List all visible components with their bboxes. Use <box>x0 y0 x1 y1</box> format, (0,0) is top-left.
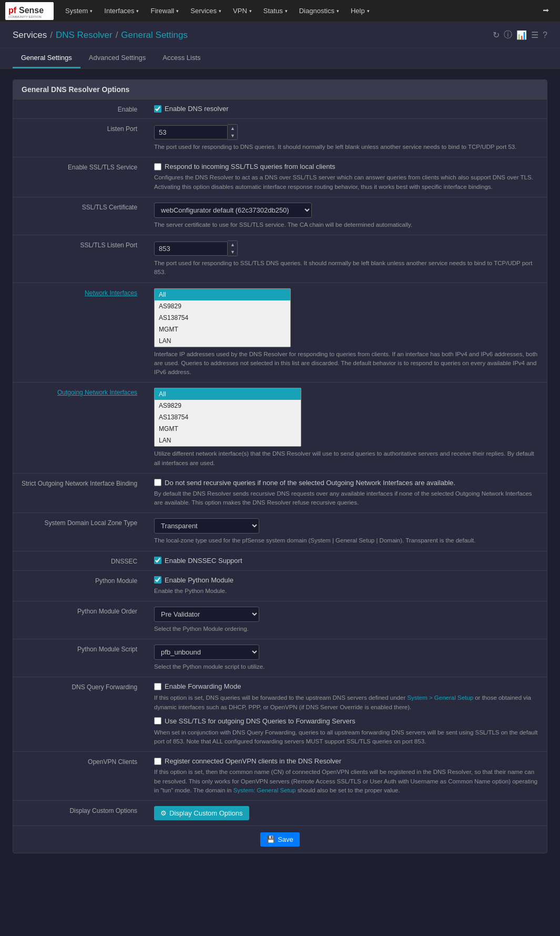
ssl-port-up[interactable]: ▲ <box>228 241 237 248</box>
outgoing-listbox-item-lan[interactable]: LAN <box>155 435 301 446</box>
breadcrumb-general-settings[interactable]: General Settings <box>121 30 188 41</box>
dnssec-checkbox[interactable] <box>154 557 161 564</box>
strict-outgoing-checkbox[interactable] <box>154 479 161 486</box>
tab-advanced-settings[interactable]: Advanced Settings <box>80 48 154 68</box>
listbox-item-all[interactable]: All <box>155 289 290 300</box>
strict-outgoing-help: By default the DNS Resolver sends recurs… <box>154 489 538 508</box>
card-header: General DNS Resolver Options <box>13 80 547 99</box>
chart-icon[interactable]: 📊 <box>516 30 527 40</box>
cell-ssl-cert: webConfigurator default (62c37302db250) … <box>146 197 547 235</box>
outgoing-interfaces-link[interactable]: Outgoing Network Interfaces <box>57 389 137 396</box>
row-display-custom: Display Custom Options ⚙ Display Custom … <box>13 801 547 826</box>
card-title: General DNS Resolver Options <box>22 85 538 94</box>
listen-port-input[interactable] <box>154 125 228 139</box>
breadcrumb-services: Services <box>13 30 47 41</box>
listbox-item-as138754[interactable]: AS138754 <box>155 312 290 324</box>
python-script-help: Select the Python module script to utili… <box>154 662 538 671</box>
svg-text:pf: pf <box>8 6 17 15</box>
nav-menu: System ▾ Interfaces ▾ Firewall ▾ Service… <box>60 4 537 18</box>
ssl-tls-checkbox[interactable] <box>154 163 161 170</box>
outgoing-listbox-item-as138754[interactable]: AS138754 <box>155 411 301 423</box>
cell-ssl-tls: Respond to incoming SSL/TLS queries from… <box>146 157 547 197</box>
nav-status[interactable]: Status ▾ <box>258 4 293 18</box>
svg-text:Sense: Sense <box>19 6 44 15</box>
label-enable: Enable <box>13 99 146 119</box>
listen-port-help: The port used for responding to DNS quer… <box>154 143 538 152</box>
label-python-order: Python Module Order <box>13 601 146 639</box>
listbox-item-as9829[interactable]: AS9829 <box>155 300 290 312</box>
save-row: 💾 Save <box>13 826 547 853</box>
enable-checkbox[interactable] <box>154 105 161 113</box>
refresh-icon[interactable]: ↻ <box>493 30 500 40</box>
nav-logout[interactable]: ⮕ <box>537 4 555 18</box>
label-zone-type: System Domain Local Zone Type <box>13 513 146 551</box>
ssl-cert-select[interactable]: webConfigurator default (62c37302db250) <box>154 203 312 218</box>
ssl-tls-help: Configures the DNS Resolver to act as a … <box>154 173 538 192</box>
list-icon[interactable]: ☰ <box>531 30 538 40</box>
outgoing-interfaces-listbox[interactable]: All AS9829 AS138754 MGMT LAN <box>154 388 301 447</box>
breadcrumb-actions: ↻ ⓘ 📊 ☰ ? <box>493 29 547 41</box>
breadcrumb-dns-resolver[interactable]: DNS Resolver <box>56 30 113 41</box>
save-button[interactable]: 💾 Save <box>260 832 300 847</box>
ssl-port-input[interactable] <box>154 241 228 256</box>
row-ssl-port: SSL/TLS Listen Port ▲ ▼ The port used fo… <box>13 235 547 283</box>
label-python-module: Python Module <box>13 570 146 601</box>
ssl-port-spinner: ▲ ▼ <box>228 240 238 256</box>
cell-python-script: pfb_unbound Select the Python module scr… <box>146 639 547 677</box>
ssl-tls-forwarding-checkbox[interactable] <box>154 717 161 724</box>
zone-type-help: The local-zone type used for the pfSense… <box>154 536 538 545</box>
nav-diagnostics[interactable]: Diagnostics ▾ <box>294 4 344 18</box>
listen-port-down[interactable]: ▼ <box>228 132 237 139</box>
python-order-help: Select the Python Module ordering. <box>154 625 538 633</box>
gear-icon: ⚙ <box>160 809 167 817</box>
forwarding-mode-help: If this option is set, DNS queries will … <box>154 693 538 712</box>
listbox-item-lan[interactable]: LAN <box>155 335 290 347</box>
breadcrumb-sep2: / <box>116 30 118 41</box>
listbox-item-mgmt[interactable]: MGMT <box>155 324 290 335</box>
network-interfaces-link[interactable]: Network Interfaces <box>85 289 137 297</box>
cell-zone-type: Transparent Static Redirect Inform Deny … <box>146 513 547 551</box>
form-table: Enable Enable DNS resolver Listen Port <box>13 99 547 826</box>
nav-firewall[interactable]: Firewall ▾ <box>145 4 184 18</box>
python-order-select[interactable]: Pre Validator Validator Post Validator <box>154 607 259 622</box>
label-openvpn: OpenVPN Clients <box>13 752 146 801</box>
nav-help[interactable]: Help ▾ <box>345 4 375 18</box>
help-icon[interactable]: ? <box>543 31 547 40</box>
cell-network-interfaces: All AS9829 AS138754 MGMT LAN Interface I… <box>146 283 547 383</box>
row-ssl-tls: Enable SSL/TLS Service Respond to incomi… <box>13 157 547 197</box>
row-outgoing-interfaces: Outgoing Network Interfaces All AS9829 A… <box>13 383 547 474</box>
label-network-interfaces: Network Interfaces <box>13 283 146 383</box>
strict-outgoing-label: Do not send recursive queries if none of… <box>165 479 455 487</box>
label-display-custom: Display Custom Options <box>13 801 146 826</box>
ssl-tls-forwarding-help: When set in conjunction with DNS Query F… <box>154 728 538 747</box>
breadcrumb: Services / DNS Resolver / General Settin… <box>13 30 188 41</box>
row-openvpn: OpenVPN Clients Register connected OpenV… <box>13 752 547 801</box>
display-custom-options-button[interactable]: ⚙ Display Custom Options <box>154 806 249 820</box>
tab-general-settings[interactable]: General Settings <box>13 48 80 68</box>
nav-vpn[interactable]: VPN ▾ <box>228 4 257 18</box>
forwarding-mode-checkbox[interactable] <box>154 683 161 690</box>
network-interfaces-listbox[interactable]: All AS9829 AS138754 MGMT LAN <box>154 288 291 347</box>
tab-access-lists[interactable]: Access Lists <box>154 48 209 68</box>
nav-system[interactable]: System ▾ <box>60 4 98 18</box>
openvpn-clients-checkbox[interactable] <box>154 758 161 765</box>
outgoing-listbox-item-as9829[interactable]: AS9829 <box>155 400 301 411</box>
python-script-select[interactable]: pfb_unbound <box>154 645 259 660</box>
system-general-setup-link2[interactable]: System: General Setup <box>233 787 296 793</box>
zone-type-select[interactable]: Transparent Static Redirect Inform Deny <box>154 518 259 534</box>
system-general-setup-link1[interactable]: System > General Setup <box>407 695 473 701</box>
info-icon[interactable]: ⓘ <box>504 29 512 41</box>
ssl-tls-forwarding-label: Use SSL/TLS for outgoing DNS Queries to … <box>165 717 355 725</box>
nav-interfaces[interactable]: Interfaces ▾ <box>99 4 144 18</box>
outgoing-listbox-item-mgmt[interactable]: MGMT <box>155 423 301 435</box>
python-module-checkbox[interactable] <box>154 576 161 583</box>
ssl-tls-label: Respond to incoming SSL/TLS queries from… <box>165 163 335 170</box>
enable-label: Enable DNS resolver <box>165 105 228 113</box>
ssl-port-down[interactable]: ▼ <box>228 248 237 256</box>
label-ssl-port: SSL/TLS Listen Port <box>13 235 146 283</box>
cell-outgoing-interfaces: All AS9829 AS138754 MGMT LAN Utilize dif… <box>146 383 547 474</box>
listen-port-up[interactable]: ▲ <box>228 125 237 132</box>
nav-services[interactable]: Services ▾ <box>185 4 227 18</box>
outgoing-listbox-item-all[interactable]: All <box>155 388 301 400</box>
cell-display-custom: ⚙ Display Custom Options <box>146 801 547 826</box>
